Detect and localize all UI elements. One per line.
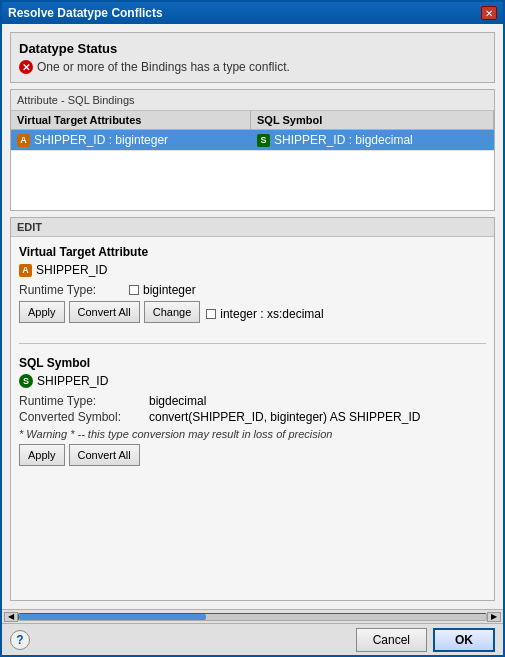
vta-icon: A [19, 264, 32, 277]
bindings-table: Virtual Target Attributes SQL Symbol A S… [11, 111, 494, 210]
vta-button-row: Apply Convert All Change [19, 301, 200, 323]
sql-name-row: S SHIPPER_ID [19, 374, 486, 388]
edit-inner: Virtual Target Attribute A SHIPPER_ID Ru… [11, 237, 494, 478]
ok-button[interactable]: OK [433, 628, 495, 652]
attr-icon: A [17, 134, 30, 147]
sql-converted-label: Converted Symbol: [19, 410, 149, 424]
vta-change-button[interactable]: Change [144, 301, 201, 323]
alt-square-icon [206, 309, 216, 319]
help-button[interactable]: ? [10, 630, 30, 650]
runtime-square-icon [129, 285, 139, 295]
scrollbar-track[interactable] [18, 613, 487, 621]
virtual-text: SHIPPER_ID : biginteger [34, 133, 168, 147]
sql-converted-value: convert(SHIPPER_ID, biginteger) AS SHIPP… [149, 410, 420, 424]
vta-runtime-label: Runtime Type: [19, 283, 129, 297]
status-section: Datatype Status ✕ One or more of the Bin… [10, 32, 495, 83]
status-title: Datatype Status [19, 41, 486, 56]
virtual-cell: A SHIPPER_ID : biginteger [11, 130, 251, 150]
vta-runtime-value: biginteger [143, 283, 196, 297]
sql-name: SHIPPER_ID [37, 374, 108, 388]
vta-name: SHIPPER_ID [36, 263, 107, 277]
edit-section: EDIT Virtual Target Attribute A SHIPPER_… [10, 217, 495, 601]
scrollbar-thumb[interactable] [19, 614, 206, 620]
sql-button-row: Apply Convert All [19, 444, 486, 466]
sql-runtime-value: bigdecimal [149, 394, 206, 408]
table-empty [11, 150, 494, 210]
scroll-left-arrow[interactable]: ◀ [4, 612, 18, 622]
sql-runtime-label: Runtime Type: [19, 394, 149, 408]
main-window: Resolve Datatype Conflicts ✕ Datatype St… [0, 0, 505, 657]
vta-runtime-value-wrap: biginteger [129, 283, 196, 297]
status-text: One or more of the Bindings has a type c… [37, 60, 290, 74]
sql-subsection: SQL Symbol S SHIPPER_ID Runtime Type: bi… [19, 356, 486, 470]
vta-alt-value-wrap: integer : xs:decimal [206, 307, 323, 321]
ssym-icon: S [19, 374, 33, 388]
vta-title: Virtual Target Attribute [19, 245, 486, 259]
table-header: Virtual Target Attributes SQL Symbol [11, 111, 494, 130]
footer-left: ? [10, 630, 30, 650]
footer-right: Cancel OK [356, 628, 495, 652]
edit-label: EDIT [11, 218, 494, 237]
error-icon: ✕ [19, 60, 33, 74]
sql-convert-all-button[interactable]: Convert All [69, 444, 140, 466]
footer-bar: ? Cancel OK [2, 623, 503, 655]
vta-alt-value: integer : xs:decimal [220, 307, 323, 321]
status-message: ✕ One or more of the Bindings has a type… [19, 60, 486, 74]
sql-runtime-row: Runtime Type: bigdecimal [19, 394, 486, 408]
sql-title: SQL Symbol [19, 356, 486, 370]
sql-warning: * Warning * -- this type conversion may … [19, 428, 486, 440]
sql-cell: S SHIPPER_ID : bigdecimal [251, 130, 494, 150]
vta-runtime-row: Runtime Type: biginteger [19, 283, 486, 297]
horizontal-scrollbar[interactable]: ◀ ▶ [2, 609, 503, 623]
close-button[interactable]: ✕ [481, 6, 497, 20]
vta-subsection: Virtual Target Attribute A SHIPPER_ID Ru… [19, 245, 486, 331]
title-bar: Resolve Datatype Conflicts ✕ [2, 2, 503, 24]
header-virtual: Virtual Target Attributes [11, 111, 251, 129]
window-title: Resolve Datatype Conflicts [8, 6, 163, 20]
vta-name-row: A SHIPPER_ID [19, 263, 486, 277]
sql-row-icon: S [257, 134, 270, 147]
vta-buttons-row: Apply Convert All Change integer : xs:de… [19, 301, 486, 327]
cancel-button[interactable]: Cancel [356, 628, 427, 652]
table-row[interactable]: A SHIPPER_ID : biginteger S SHIPPER_ID :… [11, 130, 494, 150]
divider [19, 343, 486, 344]
bindings-section: Attribute - SQL Bindings Virtual Target … [10, 89, 495, 211]
bindings-label: Attribute - SQL Bindings [11, 90, 494, 111]
content-area: Datatype Status ✕ One or more of the Bin… [2, 24, 503, 609]
sql-apply-button[interactable]: Apply [19, 444, 65, 466]
vta-apply-button[interactable]: Apply [19, 301, 65, 323]
header-sql: SQL Symbol [251, 111, 494, 129]
sql-converted-row: Converted Symbol: convert(SHIPPER_ID, bi… [19, 410, 486, 424]
sql-text: SHIPPER_ID : bigdecimal [274, 133, 413, 147]
scroll-right-arrow[interactable]: ▶ [487, 612, 501, 622]
vta-convert-all-button[interactable]: Convert All [69, 301, 140, 323]
